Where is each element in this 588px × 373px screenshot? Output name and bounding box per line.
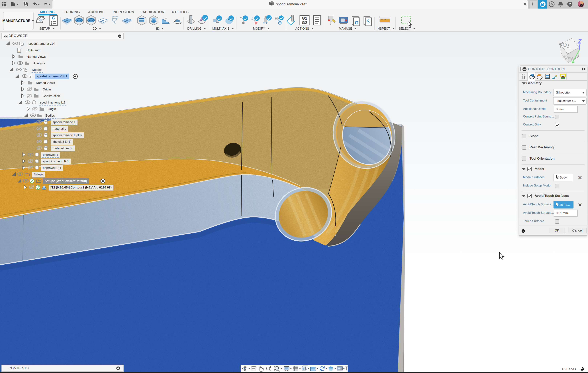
svg-text:G1: G1 bbox=[302, 16, 307, 21]
svg-text:G2: G2 bbox=[302, 20, 307, 25]
svg-text:?: ? bbox=[569, 2, 571, 6]
svg-text:G: G bbox=[355, 20, 358, 25]
svg-text:G: G bbox=[52, 15, 55, 20]
